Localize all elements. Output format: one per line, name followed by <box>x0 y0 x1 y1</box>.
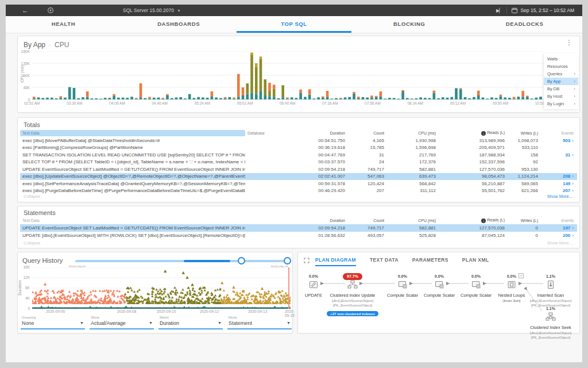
statements-collapse-link[interactable]: Collapse <box>24 240 40 246</box>
column-header-reads[interactable]: ↓Reads (L) <box>436 131 505 136</box>
dropdown-metric[interactable]: MetricDuration▼ <box>158 316 223 329</box>
column-header-writes[interactable]: Writes (L) <box>505 218 538 223</box>
grid-row[interactable]: UPDATE EventSourceObject SET LastModifie… <box>20 166 577 173</box>
cpu-xtick: 04:46 AM <box>152 101 168 105</box>
cell-events-link[interactable]: 149› <box>538 181 575 186</box>
cell-cpu: 582,881 <box>384 225 436 231</box>
query-history-scatter-chart[interactable] <box>32 267 291 309</box>
qh-ytick: 12K <box>18 275 30 279</box>
chart-menu-item-label: By DB <box>547 86 559 91</box>
cell-duration: 02:02:41.007 <box>292 174 345 179</box>
update-icon <box>309 280 318 292</box>
non-clustered-indexes-badge[interactable]: +27 non-clustered indexes <box>327 311 378 316</box>
chart-menu-item-resources[interactable]: Resources <box>544 63 578 70</box>
tab-deadlocks[interactable]: DEADLOCKS <box>467 16 582 33</box>
cell-events-link[interactable]: 200› <box>538 233 575 238</box>
cell-duration: 00:59:31.578 <box>292 181 345 186</box>
chart-menu-item-by-host[interactable]: By Host› <box>544 93 578 100</box>
date-range-label: Sep 15, 2:52 – 10:52 AM <box>520 7 574 13</box>
column-header-text-data[interactable]: Text Data <box>20 130 245 136</box>
dropdown-label: Show <box>91 316 99 319</box>
qh-ytick: 4K <box>18 296 30 300</box>
server-selector-label: SQL Server 15.00.2070 <box>123 7 174 13</box>
tab-dashboards[interactable]: DASHBOARDS <box>121 16 237 33</box>
chart-title: By App · CPU <box>24 41 69 49</box>
chart-menu-item-by-login[interactable]: By Login› <box>544 100 578 108</box>
grid-row[interactable]: exec [Partitioning].[CompressRowGroups] … <box>20 144 577 152</box>
plan-node-clustered-index-seek[interactable]: 1.1%Clustered Index Seek[dbo].[EventSour… <box>519 302 582 339</box>
column-header-cpu[interactable]: CPU (ms) <box>384 218 436 223</box>
cell-writes: 533,110 <box>505 145 538 150</box>
back-button[interactable]: ← <box>22 6 29 14</box>
cpu-ytick: 90K <box>18 74 30 78</box>
cell-events-link[interactable]: 208› <box>538 174 575 179</box>
totals-show-more-link[interactable]: Show More... <box>547 194 572 199</box>
column-header-cpu[interactable]: CPU (ms) <box>384 131 436 135</box>
cell-duration: 00:46:29.420 <box>292 188 345 193</box>
plan-node-cost-value: 1.1% <box>546 274 555 278</box>
column-header-duration[interactable]: Duration <box>292 218 345 223</box>
cell-text-data: UPDATE EventSourceObject SET LastModifie… <box>20 167 245 172</box>
grid-header-row: Text DataDurationCountCPU (ms)↓Reads (L)… <box>20 217 577 224</box>
sort-desc-icon: ↓ <box>481 218 486 223</box>
slider-handle-end[interactable] <box>284 257 291 264</box>
tab-top-sql[interactable]: TOP SQL <box>237 16 352 33</box>
date-range-slider-track[interactable] <box>75 260 288 262</box>
grid-row[interactable]: exec [dbo].[MovePABufferData] @StaleData… <box>20 137 577 144</box>
totals-collapse-link[interactable]: Collapse <box>24 194 40 199</box>
date-range-slider-selection <box>184 260 230 262</box>
cpu-xtick: 05:24 AM <box>195 101 210 105</box>
cpu-xtick: 04:08 AM <box>109 101 125 105</box>
chevron-down-icon: ▼ <box>177 9 181 13</box>
column-header-events[interactable]: Events <box>538 131 575 135</box>
cell-writes: 1,124,214 <box>505 174 538 179</box>
tab-health[interactable]: HEALTH <box>6 16 121 33</box>
cell-writes: 158 <box>505 152 538 158</box>
index-update-icon <box>347 280 358 292</box>
cell-count: 493,057 <box>345 233 384 238</box>
chart-menu-item-queries[interactable]: Queries› <box>544 70 578 78</box>
column-header-count[interactable]: Count <box>345 218 384 223</box>
totals-grid-card: Totals Text DataDatabaseDurationCountCPU… <box>17 117 580 202</box>
statements-show-more-link[interactable]: Show More... <box>547 240 572 246</box>
grid-row[interactable]: SET TRANSACTION ISOLATION LEVEL READ UNC… <box>20 151 577 159</box>
column-header-database[interactable]: Database <box>245 131 292 135</box>
column-header-duration[interactable]: Duration <box>292 131 345 135</box>
chart-menu-item-by-app[interactable]: By App› <box>544 78 578 85</box>
chart-menu-item-by-db[interactable]: By DB› <box>544 85 578 93</box>
column-header-writes[interactable]: Writes (L) <box>505 131 538 135</box>
dropdown-show[interactable]: ShowActual/Average▼ <box>90 316 154 329</box>
jump-to-end-icon[interactable]: ▶▏ <box>496 8 502 13</box>
column-header-text-data[interactable]: Text Data <box>20 218 245 223</box>
grid-row[interactable]: exec [dbo].[SetPerformanceAnalysisTraceD… <box>20 180 577 187</box>
tab-blocking[interactable]: BLOCKING <box>351 16 467 33</box>
grid-row[interactable]: exec [dbo].[UpdateEventSourceObject] @Ob… <box>20 173 577 181</box>
cell-events-link[interactable]: 197› <box>538 225 575 231</box>
cell-reads: 187,988,934 <box>436 152 505 158</box>
cell-events-link[interactable]: 31› <box>538 152 575 158</box>
qh-ytick: 0 <box>18 306 30 310</box>
chart-options-kebab-icon[interactable]: ⋮ <box>566 40 572 45</box>
dropdown-grouping[interactable]: GroupingNone▼ <box>21 316 85 329</box>
cell-text-data: exec [Partitioning].[CompressRowGroups] … <box>20 145 245 150</box>
target-icon[interactable] <box>47 7 54 14</box>
grid-row[interactable]: SELECT TOP # * FROM (SELECT TableID = i.… <box>20 159 577 166</box>
cell-events-link[interactable]: 503› <box>538 138 575 143</box>
cell-events-link[interactable]: 207› <box>538 188 575 193</box>
column-header-events[interactable]: Events <box>538 218 575 223</box>
chart-menu-item-waits[interactable]: Waits <box>544 55 578 63</box>
grid-row[interactable]: UPDATE [dbo].[EventSourceObject] WITH (R… <box>20 232 577 239</box>
qh-xtick: 2020-09-13 <box>248 309 267 313</box>
server-selector[interactable]: SQL Server 15.00.2070 ▼ <box>123 7 181 13</box>
column-header-count[interactable]: Count <box>345 131 384 135</box>
slider-handle-start[interactable] <box>238 257 245 264</box>
grid-row[interactable]: exec [dbo].[PurgeDataBeforeDateTime] @Pu… <box>20 187 577 195</box>
date-range-picker[interactable]: Sep 15, 2:52 – 10:52 AM <box>512 7 574 13</box>
cell-count: 749,717 <box>345 167 384 172</box>
collapse-subtree-toggle[interactable]: − <box>519 273 524 278</box>
dropdown-mode[interactable]: ModeStatement▼ <box>227 316 292 329</box>
cpu-bar-chart[interactable] <box>32 51 543 99</box>
cell-text-data: UPDATE EventSourceObject SET LastModifie… <box>20 225 245 231</box>
grid-row[interactable]: UPDATE EventSourceObject SET LastModifie… <box>20 224 577 232</box>
column-header-reads[interactable]: ↓Reads (L) <box>436 218 505 223</box>
